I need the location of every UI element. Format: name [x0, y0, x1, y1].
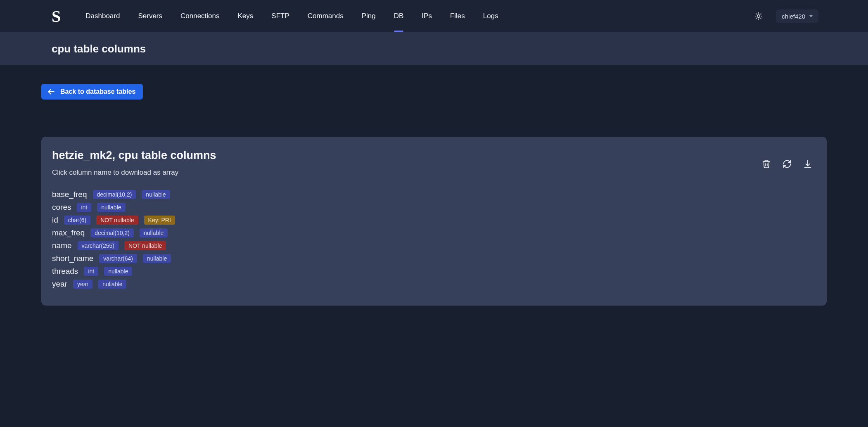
- svg-point-0: [757, 15, 760, 18]
- column-row: max_freqdecimal(10,2)nullable: [52, 228, 816, 237]
- key-badge: Key: PRI: [144, 216, 175, 225]
- nullable-badge: nullable: [98, 280, 126, 289]
- user-name: chief420: [782, 13, 805, 20]
- chevron-down-icon: [809, 15, 813, 17]
- download-icon: [803, 159, 812, 168]
- svg-line-4: [761, 18, 761, 19]
- type-badge: int: [77, 203, 91, 212]
- svg-line-8: [761, 14, 761, 14]
- user-menu[interactable]: chief420: [776, 9, 818, 23]
- column-name[interactable]: threads: [52, 267, 78, 276]
- column-name[interactable]: short_name: [52, 254, 93, 263]
- column-name[interactable]: year: [52, 280, 67, 289]
- arrow-left-icon: [47, 88, 55, 96]
- download-button[interactable]: [802, 158, 813, 170]
- type-badge: char(6): [64, 216, 90, 225]
- nav-item-connections[interactable]: Connections: [180, 9, 220, 23]
- nullable-badge: nullable: [143, 254, 171, 263]
- delete-button[interactable]: [761, 158, 772, 170]
- column-row: base_freqdecimal(10,2)nullable: [52, 190, 816, 199]
- page-body: Back to database tables hetzie_mk2, cpu …: [0, 65, 868, 330]
- svg-line-3: [756, 14, 757, 14]
- column-row: coresintnullable: [52, 203, 816, 212]
- column-name[interactable]: base_freq: [52, 190, 87, 199]
- nullable-badge: nullable: [104, 267, 132, 276]
- theme-toggle-button[interactable]: [753, 10, 764, 22]
- back-button[interactable]: Back to database tables: [41, 84, 143, 100]
- column-row: short_namevarchar(64)nullable: [52, 254, 816, 263]
- sun-icon: [754, 12, 763, 20]
- not-nullable-badge: NOT nullable: [96, 216, 138, 225]
- topnav: S DashboardServersConnectionsKeysSFTPCom…: [0, 0, 868, 32]
- card-title: hetzie_mk2, cpu table columns: [52, 149, 216, 162]
- logo[interactable]: S: [52, 7, 61, 26]
- svg-line-7: [756, 18, 757, 19]
- nav-item-files[interactable]: Files: [450, 9, 465, 23]
- nav-item-db[interactable]: DB: [394, 9, 404, 23]
- nav-item-keys[interactable]: Keys: [238, 9, 254, 23]
- type-badge: varchar(255): [78, 241, 119, 250]
- refresh-button[interactable]: [781, 158, 793, 170]
- nav-item-dashboard[interactable]: Dashboard: [85, 9, 120, 23]
- card-subtitle: Click column name to download as array: [52, 168, 216, 177]
- nav-right: chief420: [753, 9, 818, 23]
- type-badge: varchar(64): [99, 254, 137, 263]
- refresh-icon: [783, 159, 792, 168]
- column-row: threadsintnullable: [52, 267, 816, 276]
- nullable-badge: nullable: [97, 203, 125, 212]
- page-title: cpu table columns: [52, 43, 146, 55]
- trash-icon: [762, 159, 771, 168]
- column-name[interactable]: name: [52, 241, 72, 250]
- nav-item-commands[interactable]: Commands: [308, 9, 344, 23]
- nav-item-servers[interactable]: Servers: [138, 9, 162, 23]
- columns-list: base_freqdecimal(10,2)nullablecoresintnu…: [52, 190, 816, 289]
- column-row: namevarchar(255)NOT nullable: [52, 241, 816, 250]
- nav-item-ips[interactable]: IPs: [422, 9, 432, 23]
- nullable-badge: nullable: [142, 190, 170, 199]
- nav-items: DashboardServersConnectionsKeysSFTPComma…: [85, 9, 753, 23]
- column-name[interactable]: cores: [52, 203, 71, 212]
- card-header: hetzie_mk2, cpu table columns Click colu…: [52, 149, 816, 177]
- type-badge: decimal(10,2): [93, 190, 136, 199]
- back-button-label: Back to database tables: [60, 88, 135, 95]
- column-row: idchar(6)NOT nullableKey: PRI: [52, 216, 816, 225]
- card-actions: [761, 158, 813, 170]
- type-badge: int: [84, 267, 98, 276]
- column-name[interactable]: max_freq: [52, 228, 85, 237]
- nav-item-sftp[interactable]: SFTP: [271, 9, 289, 23]
- column-name[interactable]: id: [52, 216, 58, 225]
- column-row: yearyearnullable: [52, 280, 816, 289]
- subheader: cpu table columns: [0, 32, 868, 65]
- type-badge: year: [73, 280, 92, 289]
- nav-item-logs[interactable]: Logs: [483, 9, 498, 23]
- type-badge: decimal(10,2): [90, 228, 134, 237]
- not-nullable-badge: NOT nullable: [124, 241, 166, 250]
- columns-card: hetzie_mk2, cpu table columns Click colu…: [41, 137, 827, 306]
- nav-item-ping[interactable]: Ping: [362, 9, 376, 23]
- nullable-badge: nullable: [140, 228, 168, 237]
